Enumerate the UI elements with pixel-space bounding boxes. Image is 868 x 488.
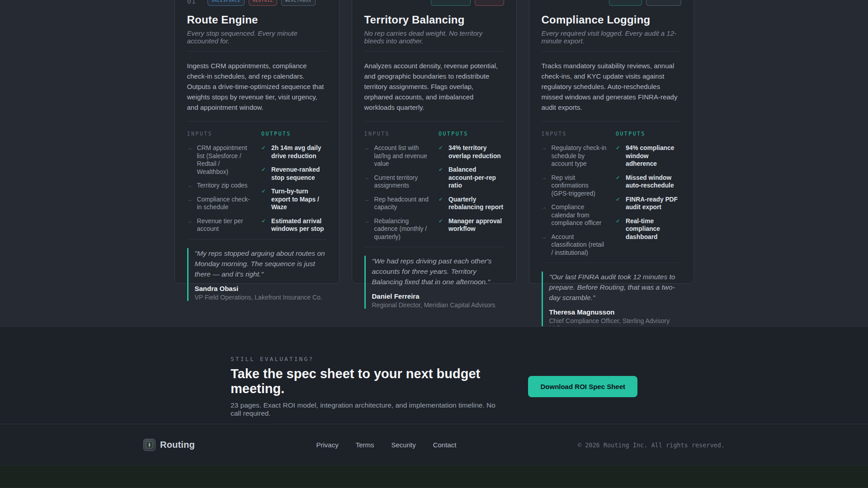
input-item: →Compliance check-in schedule: [187, 196, 253, 211]
outputs-list: ✓2h 14m avg daily drive reduction✓Revenu…: [261, 144, 327, 233]
inputs-list: →CRM appointment list (Salesforce / Redt…: [187, 144, 253, 233]
testimonial-quote: "Our last FINRA audit took 12 minutes to…: [542, 272, 681, 326]
inputs-label: INPUTS: [542, 131, 607, 137]
footer-link-security[interactable]: Security: [391, 441, 415, 449]
card-badge-row: [364, 0, 504, 6]
card-tagline: Every required visit logged. Every audit…: [542, 29, 681, 45]
bottom-accent-band: [0, 465, 868, 488]
download-roi-spec-sheet-button[interactable]: Download ROI Spec Sheet: [528, 376, 637, 397]
footer-brand: Routing: [143, 439, 195, 451]
card-tagline: Every stop sequenced. Every minute accou…: [187, 29, 327, 45]
input-item-label: Revenue tier per account: [197, 217, 253, 233]
cta-text-block: STILL EVALUATING? Take the spec sheet to…: [231, 356, 501, 418]
cta-subtext: 23 pages. Exact ROI model, integration a…: [231, 401, 501, 418]
feature-card: 01 SALESFORCEREDTAILWEALTHBOX Route Engi…: [175, 0, 340, 284]
inputs-label: INPUTS: [187, 131, 253, 137]
input-item-label: Rep visit confirmations (GPS-triggered): [552, 174, 607, 198]
input-item: →Rep headcount and capacity: [364, 196, 430, 211]
output-item-label: Estimated arrival windows per stop: [271, 217, 327, 233]
outputs-column: OUTPUTS ✓94% compliance window adherence…: [616, 131, 681, 263]
outputs-column: OUTPUTS ✓34% territory overlap reduction…: [439, 131, 504, 247]
check-icon: ✓: [616, 196, 623, 211]
output-item: ✓Balanced account-per-rep ratio: [439, 166, 504, 190]
card-title: Territory Balancing: [364, 14, 504, 26]
features-section: 01 SALESFORCEREDTAILWEALTHBOX Route Engi…: [0, 0, 868, 326]
footer-link-terms[interactable]: Terms: [356, 441, 374, 449]
arrow-right-icon: →: [542, 203, 548, 227]
card-badge-row: 01 SALESFORCEREDTAILWEALTHBOX: [187, 0, 327, 6]
input-item: →Compliance calendar from compliance off…: [542, 203, 607, 227]
arrow-right-icon: →: [542, 144, 548, 168]
arrow-right-icon: →: [187, 182, 194, 190]
integration-badge: SALESFORCE: [208, 0, 245, 6]
inputs-outputs-grid: INPUTS →Account list with lat/lng and re…: [364, 122, 504, 247]
integration-badge: [646, 0, 681, 6]
testimonial-name: Theresa Magnusson: [549, 308, 681, 316]
output-item: ✓Real-time compliance dashboard: [616, 217, 681, 241]
input-item: →Regulatory check-in schedule by account…: [542, 144, 607, 168]
check-icon: ✓: [439, 144, 445, 160]
badge-row: [609, 0, 681, 6]
integration-badge: [431, 0, 471, 6]
output-item-label: Real-time compliance dashboard: [626, 217, 681, 241]
output-item-label: Revenue-ranked stop sequence: [271, 166, 327, 182]
testimonial-text: "Our last FINRA audit took 12 minutes to…: [549, 272, 681, 303]
testimonial-role: VP Field Operations, Lakefront Insurance…: [195, 294, 327, 301]
arrow-right-icon: →: [364, 196, 371, 211]
footer-row: Routing PrivacyTermsSecurityContact © 20…: [143, 439, 725, 451]
inputs-column: INPUTS →CRM appointment list (Salesforce…: [187, 131, 253, 239]
output-item: ✓Revenue-ranked stop sequence: [261, 166, 327, 182]
input-item-label: Account classification (retail / institu…: [552, 233, 607, 257]
check-icon: ✓: [616, 174, 623, 190]
testimonial-name: Daniel Ferreira: [372, 292, 504, 300]
outputs-label: OUTPUTS: [439, 131, 504, 137]
cta-section: STILL EVALUATING? Take the spec sheet to…: [0, 326, 868, 424]
arrow-right-icon: →: [542, 174, 548, 198]
card-description: Analyzes account density, revenue potent…: [364, 52, 504, 122]
inputs-column: INPUTS →Account list with lat/lng and re…: [364, 131, 430, 247]
output-item: ✓Turn-by-turn export to Maps / Waze: [261, 188, 327, 211]
input-item: →Rebalancing cadence (monthly / quarterl…: [364, 217, 430, 241]
arrow-right-icon: →: [364, 217, 371, 241]
testimonial-block: "Our last FINRA audit took 12 minutes to…: [542, 263, 681, 326]
brand-name: Routing: [160, 440, 195, 450]
card-header: Compliance Logging Every required visit …: [542, 0, 681, 52]
cta-row: STILL EVALUATING? Take the spec sheet to…: [231, 327, 637, 418]
footer-link-contact[interactable]: Contact: [433, 441, 457, 449]
card-description: Tracks mandatory suitability reviews, an…: [542, 52, 681, 122]
output-item: ✓Quarterly rebalancing report: [439, 196, 504, 211]
check-icon: ✓: [261, 144, 268, 160]
input-item: →Account classification (retail / instit…: [542, 233, 607, 257]
input-item: →Revenue tier per account: [187, 217, 253, 233]
check-icon: ✓: [261, 188, 268, 211]
cta-eyebrow: STILL EVALUATING?: [231, 356, 501, 362]
integration-badge: [609, 0, 642, 6]
feature-card: Compliance Logging Every required visit …: [529, 0, 694, 284]
arrow-right-icon: →: [187, 196, 194, 211]
inputs-column: INPUTS →Regulatory check-in schedule by …: [542, 131, 607, 263]
input-item-label: Account list with lat/lng and revenue va…: [374, 144, 430, 168]
outputs-list: ✓94% compliance window adherence✓Missed …: [616, 144, 681, 241]
footer: Routing PrivacyTermsSecurityContact © 20…: [0, 424, 868, 465]
inputs-list: →Account list with lat/lng and revenue v…: [364, 144, 430, 241]
output-item: ✓2h 14m avg daily drive reduction: [261, 144, 327, 160]
arrow-right-icon: →: [542, 233, 548, 257]
integration-badge: REDTAIL: [249, 0, 277, 6]
arrow-right-icon: →: [364, 174, 371, 190]
footer-link-privacy[interactable]: Privacy: [316, 441, 338, 449]
check-icon: ✓: [261, 166, 268, 182]
cards-grid: 01 SALESFORCEREDTAILWEALTHBOX Route Engi…: [175, 0, 694, 284]
input-item-label: Compliance calendar from compliance offi…: [552, 203, 607, 227]
copyright: © 2026 Routing Inc. All rights reserved.: [578, 441, 725, 449]
integration-badge: WEALTHBOX: [281, 0, 316, 6]
output-item: ✓34% territory overlap reduction: [439, 144, 504, 160]
inputs-outputs-grid: INPUTS →CRM appointment list (Salesforce…: [187, 122, 327, 239]
card-description: Ingests CRM appointments, compliance che…: [187, 52, 327, 122]
check-icon: ✓: [439, 217, 445, 233]
outputs-column: OUTPUTS ✓2h 14m avg daily drive reductio…: [261, 131, 327, 239]
output-item-label: Missed window auto-reschedule: [626, 174, 681, 190]
output-item: ✓94% compliance window adherence: [616, 144, 681, 168]
card-badge-row: [542, 0, 681, 6]
output-item: ✓FINRA-ready PDF audit export: [616, 196, 681, 211]
check-icon: ✓: [261, 217, 268, 233]
